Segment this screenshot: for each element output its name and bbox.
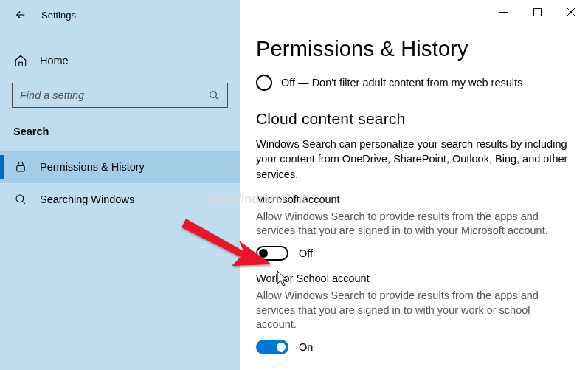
home-nav[interactable]: Home bbox=[0, 47, 240, 74]
minimize-icon bbox=[499, 8, 508, 16]
nav-list: Permissions & History Searching Windows bbox=[0, 151, 240, 216]
sidebar-section-header: Search bbox=[13, 126, 226, 137]
maximize-button[interactable] bbox=[520, 0, 554, 24]
sidebar: Settings Home Search Permissions & Histo… bbox=[0, 0, 240, 370]
close-button[interactable] bbox=[554, 0, 588, 24]
close-icon bbox=[567, 7, 575, 16]
toggle-knob-icon bbox=[259, 249, 268, 258]
svg-rect-1 bbox=[17, 166, 25, 172]
page-title: Permissions & History bbox=[256, 37, 572, 61]
microsoft-account-toggle-row: Off bbox=[256, 246, 572, 261]
search-box[interactable] bbox=[12, 83, 228, 108]
svg-point-0 bbox=[210, 92, 217, 98]
permissions-icon bbox=[13, 160, 28, 174]
search-input[interactable] bbox=[20, 89, 208, 101]
search-nav-icon bbox=[13, 193, 28, 206]
back-arrow-icon bbox=[14, 8, 27, 21]
maximize-icon bbox=[533, 8, 542, 16]
work-account-title: Work or School account bbox=[256, 273, 572, 284]
sidebar-item-searching-windows[interactable]: Searching Windows bbox=[0, 183, 240, 216]
svg-point-2 bbox=[16, 195, 24, 202]
back-button[interactable] bbox=[10, 4, 31, 25]
microsoft-account-toggle[interactable] bbox=[256, 246, 288, 261]
minimize-button[interactable] bbox=[486, 0, 520, 24]
microsoft-account-toggle-state: Off bbox=[299, 247, 313, 259]
safesearch-off-option[interactable]: Off — Don't filter adult content from my… bbox=[256, 75, 572, 91]
sidebar-item-label: Searching Windows bbox=[40, 193, 134, 205]
work-account-desc: Allow Windows Search to provide results … bbox=[256, 289, 572, 332]
work-account-toggle-row: On bbox=[256, 340, 572, 354]
radio-icon bbox=[256, 75, 272, 91]
toggle-knob-icon bbox=[277, 343, 286, 352]
titlebar-left: Settings bbox=[0, 0, 240, 30]
home-label: Home bbox=[40, 55, 69, 66]
microsoft-account-title: Microsoft account bbox=[256, 193, 572, 205]
microsoft-account-desc: Allow Windows Search to provide results … bbox=[256, 210, 572, 239]
sidebar-item-label: Permissions & History bbox=[40, 161, 145, 173]
svg-rect-4 bbox=[533, 8, 541, 16]
work-account-toggle-state: On bbox=[299, 341, 313, 353]
main-panel: Permissions & History Off — Don't filter… bbox=[240, 0, 588, 370]
app-title: Settings bbox=[41, 10, 76, 21]
search-icon bbox=[208, 89, 220, 101]
work-account-toggle[interactable] bbox=[256, 340, 288, 354]
safesearch-off-label: Off — Don't filter adult content from my… bbox=[281, 77, 522, 89]
home-icon bbox=[13, 54, 28, 67]
cloud-content-search-header: Cloud content search bbox=[256, 110, 572, 128]
cloud-content-search-desc: Windows Search can personalize your sear… bbox=[256, 137, 572, 182]
sidebar-item-permissions-history[interactable]: Permissions & History bbox=[0, 151, 240, 183]
window-controls bbox=[486, 0, 588, 24]
